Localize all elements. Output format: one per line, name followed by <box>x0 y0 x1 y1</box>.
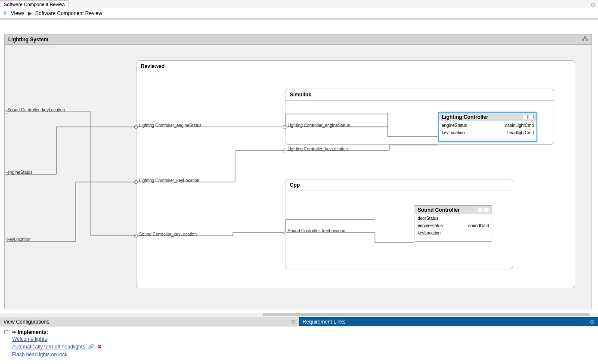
block-body: engineStatus keyLocation cabinLightCmd h… <box>439 121 536 137</box>
port-in: engineStatus <box>418 223 443 228</box>
block-title: Sound Controller <box>418 207 460 213</box>
requirement-links-body: − ⇒ Implements: Welcome lights Automatic… <box>0 326 598 361</box>
horizontal-scrollbar[interactable] <box>0 313 598 317</box>
close-icon[interactable]: ⊙ <box>591 1 595 8</box>
port-out: soundCmd <box>468 223 489 228</box>
port-label: Lighting Controller_engineStatus <box>139 123 201 128</box>
port-in: keyLocation <box>442 130 467 135</box>
port-out: headlightCmd <box>505 130 534 135</box>
port-label: Lighting Controller_keyLocation <box>288 147 348 151</box>
tree-collapse-icon[interactable]: − <box>4 330 8 334</box>
port-label: engineStatus <box>7 170 32 175</box>
block-icon[interactable] <box>484 208 489 212</box>
svg-rect-0 <box>584 36 586 37</box>
cpp-title: Cpp <box>285 179 513 191</box>
port-label: Lighting Controller_engineStatus <box>288 123 350 128</box>
block-icon[interactable] <box>529 115 534 119</box>
bottom-panels: View Configurations ⊙ Requirement Links … <box>0 317 598 326</box>
reviewed-title: Reviewed <box>136 61 575 72</box>
hierarchy-icon[interactable] <box>582 36 588 43</box>
block-header: Lighting Controller <box>439 113 536 121</box>
sound-controller-block[interactable]: Sound Controller doorStatus engineStatus… <box>415 205 492 242</box>
canvas-area[interactable]: Lighting System Reviewed Simulink Lighti… <box>0 20 598 317</box>
unlink-icon[interactable]: 🔗 <box>88 344 94 350</box>
home-icon[interactable]: ⇧ <box>3 10 7 16</box>
breadcrumb-views[interactable]: Views <box>11 10 25 16</box>
group-header: Lighting System <box>5 34 592 45</box>
delete-icon[interactable]: ✖ <box>97 344 102 350</box>
chevron-right-icon: ▶ <box>28 10 32 16</box>
requirement-links-panel[interactable]: Requirement Links ⊙ <box>299 317 598 326</box>
simulink-title: Simulink <box>285 89 554 101</box>
panel-title: View Configurations <box>3 319 50 325</box>
block-icon[interactable] <box>523 115 528 119</box>
lighting-system-group[interactable]: Lighting System Reviewed Simulink Lighti… <box>4 34 592 309</box>
tab-active[interactable]: Software Component Review <box>0 0 69 8</box>
implements-label: Implements: <box>18 329 48 335</box>
tab-label: Software Component Review <box>4 2 65 7</box>
tab-bar: Software Component Review ⊙ <box>0 0 598 8</box>
port-out: cabinLightCmd <box>505 123 534 128</box>
block-title: Lighting Controller <box>442 114 488 120</box>
requirement-link[interactable]: Welcome lights <box>12 336 47 342</box>
breadcrumb: ⇧ Views ▶ Software Component Review <box>0 8 598 19</box>
group-title: Lighting System <box>8 37 48 43</box>
implements-heading: − ⇒ Implements: <box>4 329 594 335</box>
view-configurations-panel[interactable]: View Configurations ⊙ <box>0 317 299 326</box>
port-in: keyLocation <box>418 231 443 235</box>
requirement-link[interactable]: Flash headlights on lock <box>12 352 68 358</box>
arrow-icon: ⇒ <box>12 329 16 335</box>
port-label: Sound Controller_keyLocation <box>288 228 345 233</box>
panel-title: Requirement Links <box>303 319 346 325</box>
simulink-group[interactable]: Simulink Lighting Controller engineStatu… <box>285 89 554 145</box>
requirement-link[interactable]: Automatically turn off headlights <box>12 344 85 350</box>
collapse-icon[interactable]: ⊙ <box>590 318 595 325</box>
port-in: engineStatus <box>442 123 467 128</box>
block-icon[interactable] <box>478 208 483 212</box>
block-header: Sound Controller <box>415 206 492 214</box>
svg-rect-2 <box>586 40 588 41</box>
breadcrumb-current[interactable]: Software Component Review <box>35 10 102 16</box>
collapse-icon[interactable]: ⊙ <box>291 318 296 325</box>
port-label: keyLocation <box>7 237 30 242</box>
cpp-group[interactable]: Cpp Sound Controller doorStatus engineSt… <box>285 179 513 269</box>
block-body: doorStatus engineStatus keyLocation soun… <box>415 214 492 237</box>
svg-rect-1 <box>582 40 584 41</box>
reviewed-group[interactable]: Reviewed Simulink Lighting Controller en… <box>136 60 575 288</box>
port-label: Lighting Controller_keyLocation <box>139 178 199 183</box>
port-label: Sound Controller_keyLocation <box>139 232 197 237</box>
port-in: doorStatus <box>418 216 443 221</box>
port-label: Sound Controller_keyLocation <box>7 108 65 112</box>
lighting-controller-block[interactable]: Lighting Controller engineStatus keyLoca… <box>438 112 537 142</box>
scrollbar-thumb[interactable] <box>263 313 590 316</box>
